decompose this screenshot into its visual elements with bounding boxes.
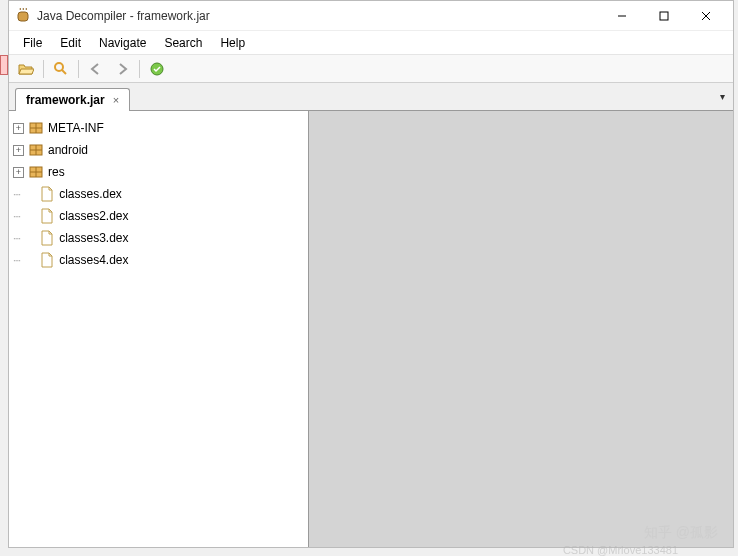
tree-node-label: classes3.dex bbox=[59, 231, 128, 245]
package-icon bbox=[28, 120, 44, 136]
tree-node-label: classes2.dex bbox=[59, 209, 128, 223]
content-area: +META-INF+android+res····classes.dex····… bbox=[9, 111, 733, 547]
toolbar-separator bbox=[78, 60, 79, 78]
expand-icon[interactable]: + bbox=[13, 167, 24, 178]
svg-line-5 bbox=[62, 70, 66, 74]
tree-node-label: META-INF bbox=[48, 121, 104, 135]
external-strip bbox=[0, 55, 8, 75]
file-icon bbox=[39, 252, 55, 268]
package-icon bbox=[28, 164, 44, 180]
tree-connector: ···· bbox=[13, 211, 20, 222]
file-icon bbox=[39, 186, 55, 202]
app-icon bbox=[15, 8, 31, 24]
leaf-spacer bbox=[24, 255, 35, 266]
tree-connector: ···· bbox=[13, 189, 20, 200]
toolbar-separator bbox=[139, 60, 140, 78]
open-folder-button[interactable] bbox=[15, 58, 37, 80]
expand-icon[interactable]: + bbox=[13, 145, 24, 156]
tabbar: framework.jar × ▾ bbox=[9, 83, 733, 111]
refresh-button[interactable] bbox=[146, 58, 168, 80]
tree-node-label: classes.dex bbox=[59, 187, 122, 201]
tree-node-label: res bbox=[48, 165, 65, 179]
back-button[interactable] bbox=[85, 58, 107, 80]
tab-overflow-button[interactable]: ▾ bbox=[720, 91, 725, 102]
tab-label: framework.jar bbox=[26, 93, 105, 107]
tree-connector: ···· bbox=[13, 255, 20, 266]
window-controls bbox=[601, 2, 727, 30]
leaf-spacer bbox=[24, 233, 35, 244]
main-window: Java Decompiler - framework.jar File Edi… bbox=[8, 0, 734, 548]
toolbar-separator bbox=[43, 60, 44, 78]
toolbar bbox=[9, 55, 733, 83]
titlebar: Java Decompiler - framework.jar bbox=[9, 1, 733, 31]
tree-node[interactable]: ····classes.dex bbox=[13, 183, 304, 205]
file-icon bbox=[39, 230, 55, 246]
close-button[interactable] bbox=[685, 2, 727, 30]
menu-help[interactable]: Help bbox=[212, 34, 253, 52]
forward-button[interactable] bbox=[111, 58, 133, 80]
package-icon bbox=[28, 142, 44, 158]
file-icon bbox=[39, 208, 55, 224]
svg-point-4 bbox=[55, 63, 63, 71]
tree-node[interactable]: ····classes3.dex bbox=[13, 227, 304, 249]
minimize-button[interactable] bbox=[601, 2, 643, 30]
menu-search[interactable]: Search bbox=[156, 34, 210, 52]
leaf-spacer bbox=[24, 211, 35, 222]
expand-icon[interactable]: + bbox=[13, 123, 24, 134]
tree-pane[interactable]: +META-INF+android+res····classes.dex····… bbox=[9, 111, 309, 547]
menu-navigate[interactable]: Navigate bbox=[91, 34, 154, 52]
window-title: Java Decompiler - framework.jar bbox=[37, 9, 601, 23]
tree-node[interactable]: +android bbox=[13, 139, 304, 161]
tree-node-label: android bbox=[48, 143, 88, 157]
menu-edit[interactable]: Edit bbox=[52, 34, 89, 52]
tree-connector: ···· bbox=[13, 233, 20, 244]
tree-node[interactable]: ····classes2.dex bbox=[13, 205, 304, 227]
tree-node[interactable]: ····classes4.dex bbox=[13, 249, 304, 271]
tree-node[interactable]: +res bbox=[13, 161, 304, 183]
menubar: File Edit Navigate Search Help bbox=[9, 31, 733, 55]
leaf-spacer bbox=[24, 189, 35, 200]
tab-close-button[interactable]: × bbox=[111, 94, 121, 106]
tree-node[interactable]: +META-INF bbox=[13, 117, 304, 139]
svg-rect-1 bbox=[660, 12, 668, 20]
viewer-pane bbox=[309, 111, 733, 547]
tab-framework-jar[interactable]: framework.jar × bbox=[15, 88, 130, 111]
maximize-button[interactable] bbox=[643, 2, 685, 30]
menu-file[interactable]: File bbox=[15, 34, 50, 52]
search-button[interactable] bbox=[50, 58, 72, 80]
tree-node-label: classes4.dex bbox=[59, 253, 128, 267]
